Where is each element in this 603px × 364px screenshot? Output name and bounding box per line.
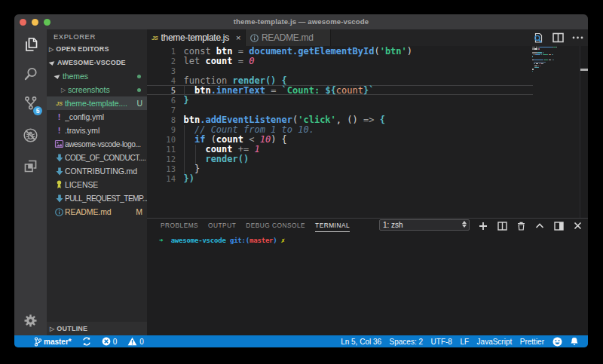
errors-status[interactable]: 0 — [102, 337, 118, 346]
license-file-icon — [54, 180, 65, 189]
token-num: 0 — [249, 56, 254, 66]
token-cy: render() — [205, 154, 249, 164]
minimap-bar — [549, 54, 552, 55]
git-branch-status[interactable]: master* — [34, 337, 72, 347]
panel-tabs: PROBLEMS OUTPUT DEBUG CONSOLE TERMINAL — [161, 220, 350, 232]
token-pl: ) — [407, 46, 412, 57]
tree-item-themes[interactable]: themes — [47, 69, 147, 83]
minimap-bar — [539, 48, 540, 49]
panel-tab-debug-console[interactable]: DEBUG CONSOLE — [246, 220, 305, 232]
terminal-picker-dropdown[interactable]: 1: zsh — [379, 219, 470, 231]
minimap-bar — [536, 47, 537, 47]
activity-debug[interactable] — [14, 120, 47, 150]
encoding-status[interactable]: UTF-8 — [431, 338, 452, 346]
line-number: 5 — [147, 86, 176, 96]
tab-readme[interactable]: README.md — [246, 29, 331, 46]
title-bar: theme-template.js — awesome-vscode — [14, 14, 588, 29]
tree-item-config-yml[interactable]: ! _config.yml — [47, 110, 147, 124]
panel-tab-output[interactable]: OUTPUT — [208, 220, 236, 232]
open-preview-icon[interactable] — [532, 32, 544, 44]
line-number: 10 — [147, 135, 176, 145]
sync-status[interactable] — [82, 337, 91, 346]
extensions-icon — [23, 158, 38, 174]
language-mode-status[interactable]: JavaScript — [477, 338, 513, 346]
section-outline[interactable]: ▷ OUTLINE — [47, 322, 147, 335]
tree-item-screenshots[interactable]: ▷ screenshots — [47, 83, 147, 96]
token-str: 'btn' — [380, 46, 407, 57]
token-pl — [184, 134, 194, 145]
activity-extensions[interactable] — [14, 151, 47, 181]
formatter-status[interactable]: Prettier — [520, 338, 544, 346]
token-op: = — [238, 56, 243, 66]
code-lines: 1const btn = document.getElementById('bt… — [147, 47, 588, 184]
eol-status[interactable]: LF — [460, 338, 469, 346]
tree-item-license[interactable]: LICENSE — [47, 178, 147, 191]
line-number: 8 — [147, 115, 176, 125]
kill-terminal-icon[interactable] — [517, 222, 525, 231]
maximize-panel-icon[interactable] — [535, 222, 544, 231]
tab-bar: JS theme-template.js × README.md — [147, 29, 588, 46]
panel-tab-terminal[interactable]: TERMINAL — [315, 220, 350, 232]
warning-icon — [127, 337, 137, 346]
tree-item-logo-image[interactable]: awesome-vscode-logo... — [47, 137, 147, 151]
minimap-bar — [538, 48, 539, 49]
token-kw: let — [184, 56, 206, 66]
terminal-token: ✗ — [281, 237, 285, 244]
line-number: 13 — [147, 164, 176, 174]
minimap-bar — [534, 62, 546, 63]
activity-settings[interactable] — [14, 305, 47, 335]
split-editor-icon[interactable] — [552, 32, 564, 43]
terminal-prompt-line[interactable]: ➜ awesome-vscode git:(master) ✗ — [159, 236, 285, 246]
code-editor[interactable]: 1const btn = document.getElementById('bt… — [147, 46, 588, 218]
notifications-bell[interactable] — [570, 337, 579, 347]
terminal-token — [163, 237, 170, 244]
file-tree: themes ▷ screenshots JS theme-template..… — [47, 69, 147, 219]
token-pl — [374, 115, 379, 125]
terminal-picker-value: 1: zsh — [383, 221, 403, 229]
tree-item-code-of-conduct[interactable]: CODE_OF_CONDUCT.... — [47, 151, 147, 164]
feedback-smiley[interactable] — [552, 337, 562, 347]
sidebar-explorer: EXPLORER ▷ OPEN EDITORS AWESOME-VSCODE t… — [47, 29, 147, 335]
token-pl — [276, 75, 281, 86]
token-str: Count: — [287, 85, 326, 96]
overview-ruler[interactable] — [580, 46, 588, 218]
tree-item-contributing[interactable]: CONTRIBUTING.md — [47, 164, 147, 178]
token-pl: ( — [374, 46, 379, 57]
tab-theme-template[interactable]: JS theme-template.js × — [147, 29, 246, 46]
activity-explorer[interactable] — [14, 29, 47, 60]
warnings-status[interactable]: 0 — [127, 337, 144, 346]
activity-source-control[interactable]: 5 — [14, 88, 47, 118]
code-text: } — [176, 96, 189, 106]
more-actions-icon[interactable] — [572, 32, 583, 43]
split-terminal-icon[interactable] — [497, 222, 507, 231]
git-decoration-dot — [137, 88, 141, 92]
token-def: btn — [184, 115, 200, 125]
close-tab-icon[interactable]: × — [236, 33, 240, 42]
tree-item-readme[interactable]: README.md M — [47, 205, 147, 219]
cursor-position-status[interactable]: Ln 5, Col 36 — [341, 338, 381, 346]
panel-tab-problems[interactable]: PROBLEMS — [161, 220, 198, 232]
indentation-status[interactable]: Spaces: 2 — [390, 338, 423, 346]
tab-label: README.md — [262, 32, 326, 43]
new-terminal-icon[interactable] — [479, 222, 488, 231]
toggle-panel-icon[interactable] — [554, 222, 564, 231]
code-line-5: 5 btn.innerText = `Count: ${count}` — [147, 86, 588, 96]
file-label: LICENSE — [65, 180, 147, 189]
tree-item-theme-template[interactable]: JS theme-template.... U — [47, 96, 147, 110]
markdown-file-icon — [54, 194, 65, 203]
token-fn: if — [194, 134, 205, 145]
minimap-bar — [539, 47, 552, 47]
close-panel-icon[interactable] — [574, 222, 582, 230]
section-open-editors[interactable]: ▷ OPEN EDITORS — [47, 42, 147, 56]
token-cy: { — [282, 75, 287, 86]
tree-item-pull-request-template[interactable]: PULL_REQUEST_TEMP... — [47, 191, 147, 205]
activity-search[interactable] — [14, 59, 47, 89]
file-label: screenshots — [68, 85, 147, 94]
minimap-bar — [552, 54, 553, 55]
tree-item-travis-yml[interactable]: ! .travis.yml — [47, 124, 147, 137]
line-number: 2 — [147, 57, 176, 66]
activity-bar: 5 — [14, 29, 47, 335]
section-root-folder[interactable]: AWESOME-VSCODE — [47, 56, 147, 69]
token-pl — [254, 134, 259, 145]
minimap[interactable] — [532, 47, 577, 77]
